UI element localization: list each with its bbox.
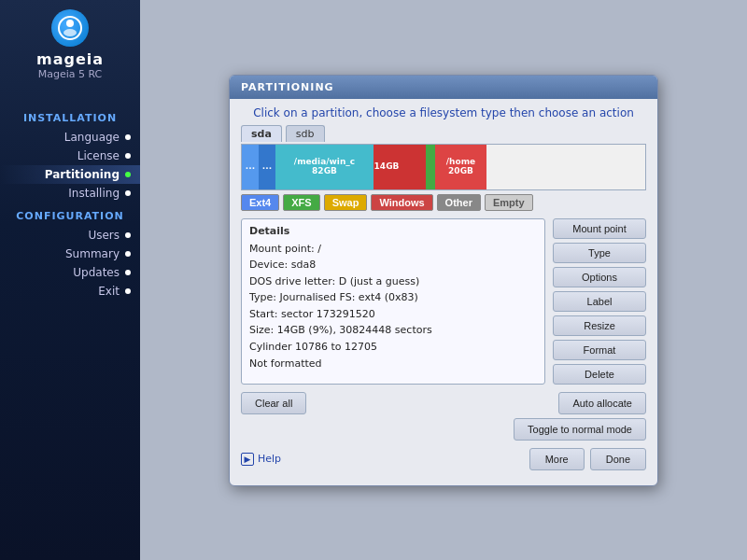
- toggle-normal-button[interactable]: Toggle to normal mode: [514, 418, 646, 441]
- nav-dot-active: [125, 172, 131, 177]
- more-button[interactable]: More: [529, 448, 585, 470]
- help-row: ▶ Help More Done: [230, 441, 657, 470]
- nav-dot: [125, 270, 131, 275]
- partition-seg-1[interactable]: ...: [242, 145, 259, 189]
- resize-button[interactable]: Resize: [553, 315, 646, 336]
- action-buttons: Mount point Type Options Label Resize Fo…: [553, 218, 646, 385]
- partition-area: sda sdb ... ... /media/win_c 82GB 14GB: [230, 125, 657, 211]
- installation-header: INSTALLATION: [0, 112, 140, 124]
- sidebar-item-exit[interactable]: Exit: [0, 282, 140, 301]
- details-title: Details: [249, 225, 537, 237]
- configuration-header: CONFIGURATION: [0, 210, 140, 222]
- mageia-logo: [51, 9, 89, 47]
- legend-row: Ext4 XFS Swap Windows Other Empty: [241, 194, 646, 211]
- nav-dot: [125, 288, 131, 294]
- auto-allocate-button[interactable]: Auto allocate: [558, 392, 646, 414]
- help-link[interactable]: ▶ Help: [241, 453, 281, 466]
- logo-area: mageia Mageia 5 RC: [36, 9, 104, 95]
- options-button[interactable]: Options: [553, 267, 646, 287]
- legend-swap[interactable]: Swap: [324, 194, 368, 211]
- sidebar-item-label: Partitioning: [45, 168, 120, 181]
- details-box: Details Mount point: /Device: sda8DOS dr…: [241, 218, 545, 385]
- main-content: PARTITIONING Click on a partition, choos…: [140, 0, 747, 560]
- sidebar-item-label: Installing: [68, 187, 120, 200]
- label-button[interactable]: Label: [553, 291, 646, 312]
- legend-windows[interactable]: Windows: [371, 194, 432, 211]
- nav-dot: [125, 232, 131, 238]
- sidebar-item-partitioning[interactable]: Partitioning: [0, 165, 140, 184]
- legend-empty[interactable]: Empty: [485, 194, 533, 211]
- partition-bar: ... ... /media/win_c 82GB 14GB: [241, 144, 646, 190]
- bottom-row-right: Auto allocate: [558, 392, 646, 414]
- sidebar-item-label: Exit: [98, 285, 120, 298]
- clear-all-button[interactable]: Clear all: [241, 392, 306, 414]
- app-name: mageia: [36, 50, 104, 68]
- mount-point-button[interactable]: Mount point: [553, 218, 646, 239]
- partition-seg-8[interactable]: [486, 145, 645, 189]
- sidebar-item-label: Language: [64, 131, 120, 144]
- partition-seg-5[interactable]: [400, 145, 426, 189]
- details-content: Mount point: /Device: sda8DOS drive lett…: [249, 241, 537, 372]
- legend-other[interactable]: Other: [437, 194, 481, 211]
- nav-dot: [125, 190, 131, 196]
- help-label: Help: [258, 453, 281, 465]
- drive-tabs: sda sdb: [241, 125, 646, 142]
- legend-xfs[interactable]: XFS: [283, 194, 319, 211]
- help-row-right: More Done: [529, 448, 646, 470]
- middle-row: Details Mount point: /Device: sda8DOS dr…: [230, 211, 657, 385]
- sidebar-item-license[interactable]: License: [0, 147, 140, 165]
- nav-dot: [125, 251, 131, 257]
- sidebar-item-label: Summary: [65, 247, 120, 260]
- nav-dot: [125, 153, 131, 159]
- partition-seg-2[interactable]: ...: [259, 145, 275, 189]
- nav-dot: [125, 134, 131, 140]
- sidebar-item-label: Users: [88, 229, 120, 242]
- type-button[interactable]: Type: [553, 243, 646, 263]
- sidebar-item-language[interactable]: Language: [0, 128, 140, 147]
- done-button[interactable]: Done: [590, 448, 646, 470]
- partition-seg-7[interactable]: /home 20GB: [435, 145, 486, 189]
- drive-tab-sdb[interactable]: sdb: [286, 125, 325, 142]
- dialog-instruction: Click on a partition, choose a filesyste…: [230, 99, 657, 125]
- sidebar-item-installing[interactable]: Installing: [0, 184, 140, 203]
- dialog-title: PARTITIONING: [230, 76, 657, 99]
- toggle-row: Toggle to normal mode: [230, 414, 657, 441]
- svg-point-2: [63, 29, 77, 36]
- sidebar-item-summary[interactable]: Summary: [0, 245, 140, 263]
- delete-button[interactable]: Delete: [553, 364, 646, 385]
- app-version: Mageia 5 RC: [38, 68, 103, 80]
- help-icon: ▶: [241, 453, 254, 466]
- sidebar-item-label: Updates: [73, 266, 120, 279]
- legend-ext4[interactable]: Ext4: [241, 194, 279, 211]
- partition-seg-3[interactable]: /media/win_c 82GB: [275, 145, 374, 189]
- drive-tab-sda[interactable]: sda: [241, 125, 282, 142]
- svg-point-1: [66, 20, 74, 27]
- partitioning-dialog: PARTITIONING Click on a partition, choos…: [229, 75, 658, 486]
- partition-seg-4[interactable]: 14GB: [374, 145, 400, 189]
- sidebar-item-label: License: [78, 149, 120, 162]
- sidebar-item-updates[interactable]: Updates: [0, 263, 140, 282]
- format-button[interactable]: Format: [553, 340, 646, 360]
- sidebar: mageia Mageia 5 RC INSTALLATION Language…: [0, 0, 140, 560]
- bottom-row: Clear all Auto allocate: [230, 385, 657, 414]
- sidebar-item-users[interactable]: Users: [0, 226, 140, 245]
- partition-seg-6[interactable]: [426, 145, 435, 189]
